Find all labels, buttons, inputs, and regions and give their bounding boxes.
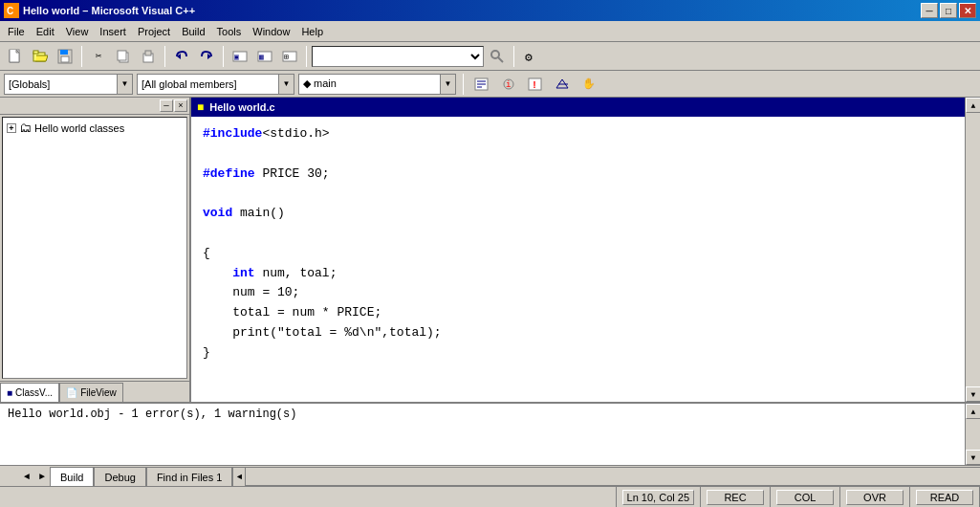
main-combo-arrow[interactable]: ▼ (440, 75, 455, 94)
status-ovr-section: OVR (840, 487, 910, 507)
tree-expand-icon[interactable]: + (7, 123, 16, 133)
globals-combo-arrow[interactable]: ▼ (117, 75, 132, 94)
save-button[interactable] (54, 46, 76, 67)
toolbar2-sep (463, 74, 464, 95)
code-line-5: void main() (203, 204, 953, 224)
menu-file[interactable]: File (2, 24, 31, 39)
status-ovr: OVR (846, 490, 904, 505)
scroll-down-btn[interactable]: ▼ (966, 386, 980, 402)
new-button[interactable] (4, 46, 27, 67)
code-content[interactable]: #include<stdio.h> #define PRICE 30; void… (191, 117, 965, 402)
output-tab-build[interactable]: Build (50, 467, 94, 486)
svg-rect-12 (145, 51, 151, 55)
svg-line-22 (498, 57, 503, 62)
output-vscroll[interactable]: ▲ ▼ (965, 404, 980, 465)
tree-item-label: Hello world classes (34, 122, 124, 134)
svg-rect-10 (118, 51, 126, 60)
main-combo[interactable]: ◆ main ▼ (298, 74, 456, 95)
output-panel: Hello world.obj - 1 error(s), 1 warning(… (0, 402, 980, 486)
globals-combo[interactable]: [Globals] ▼ (4, 74, 133, 95)
output-tab-debug[interactable]: Debug (94, 467, 145, 486)
output-scroll-down[interactable]: ▼ (966, 450, 980, 465)
fileview-icon: 📄 (66, 387, 77, 398)
search-combo[interactable] (312, 46, 484, 67)
tb2-btn1[interactable] (470, 74, 493, 95)
find-button[interactable] (486, 46, 509, 67)
left-panel: ─ × + 🗂 Hello world classes ■ ClassV... … (0, 98, 191, 402)
status-read: READ (916, 490, 973, 505)
status-position: Ln 10, Col 25 (622, 490, 694, 505)
copy-button[interactable] (112, 46, 135, 67)
minimize-button[interactable]: ─ (921, 3, 938, 18)
left-panel-titlebar: ─ × (0, 98, 189, 115)
code-line-blank1 (203, 144, 953, 165)
menu-view[interactable]: View (60, 24, 95, 39)
toolbar2: [Globals] ▼ [All global members] ▼ ◆ mai… (0, 71, 980, 98)
code-line-7: { (203, 244, 953, 264)
status-read-section: READ (910, 487, 980, 507)
code-file-icon: ■ (197, 100, 204, 114)
cut-button[interactable]: ✂ (87, 46, 110, 67)
tb2-btn2[interactable]: i (497, 74, 520, 95)
panel-minimize-btn[interactable]: ─ (160, 99, 173, 112)
status-position-section: Ln 10, Col 25 (617, 487, 701, 507)
output-tabs: ◄ ► Build Debug Find in Files 1 ◄ (0, 465, 980, 486)
tb2-btn5[interactable]: ✋ (577, 74, 600, 95)
scroll-up-btn[interactable]: ▲ (966, 98, 980, 113)
svg-point-21 (491, 51, 499, 58)
output-tab-find[interactable]: Find in Files 1 (146, 467, 232, 486)
svg-text:i: i (506, 80, 511, 90)
status-col: COL (776, 490, 834, 505)
toolbar-sep-1 (81, 46, 82, 67)
redo-button[interactable] (195, 46, 218, 67)
output-tab-arrow[interactable]: ◄ (232, 467, 246, 486)
output-content: Hello world.obj - 1 error(s), 1 warning(… (0, 404, 980, 465)
menu-project[interactable]: Project (132, 24, 176, 39)
svg-text:▦: ▦ (259, 53, 264, 61)
menu-build[interactable]: Build (176, 24, 210, 39)
svg-text:⊞: ⊞ (284, 53, 289, 61)
tab-fileview[interactable]: 📄 FileView (59, 383, 123, 402)
code-area: ■ Hello world.c #include<stdio.h> #defin… (191, 98, 965, 402)
members-combo-arrow[interactable]: ▼ (278, 75, 294, 94)
code-vscroll[interactable]: ▲ ▼ (965, 98, 980, 402)
code-line-8: int num, toal; (203, 264, 953, 284)
menu-tools[interactable]: Tools (211, 24, 248, 39)
title-buttons: ─ □ ✕ (921, 3, 976, 18)
open-button[interactable] (29, 46, 52, 67)
output-scroll-up[interactable]: ▲ (966, 404, 980, 419)
tb-btn-a[interactable]: ▣ (229, 46, 251, 67)
toolbar-sep-5 (513, 46, 514, 67)
title-bar-left: C Hello world – Microsoft Visual C++ (4, 3, 195, 18)
menu-bar: File Edit View Insert Project Build Tool… (0, 21, 980, 42)
tb2-btn3[interactable]: ! (524, 74, 547, 95)
output-tab-scroll-left[interactable]: ◄ (19, 467, 34, 486)
menu-edit[interactable]: Edit (31, 24, 60, 39)
undo-button[interactable] (170, 46, 193, 67)
maximize-button[interactable]: □ (940, 3, 957, 18)
classview-icon: ■ (7, 387, 12, 398)
tab-classview[interactable]: ■ ClassV... (0, 383, 59, 402)
svg-text:▣: ▣ (234, 53, 239, 61)
members-combo[interactable]: [All global members] ▼ (137, 74, 294, 95)
paste-button[interactable] (137, 46, 160, 67)
tb-btn-c[interactable]: ⊞ (278, 46, 301, 67)
tb-btn-b[interactable]: ▦ (253, 46, 276, 67)
menu-insert[interactable]: Insert (94, 24, 132, 39)
panel-close-btn[interactable]: × (174, 99, 187, 112)
close-button[interactable]: ✕ (959, 3, 976, 18)
svg-text:⚙: ⚙ (525, 51, 533, 64)
tab-bar-left: ■ ClassV... 📄 FileView (0, 381, 189, 402)
output-tab-scroll-right[interactable]: ► (34, 467, 50, 486)
code-line-9: num = 10; (203, 283, 953, 303)
code-line-3: #define PRICE 30; (203, 165, 953, 185)
tb2-btn4[interactable] (551, 74, 574, 95)
status-rec-section: REC (701, 487, 771, 507)
tree-item-hello-world[interactable]: + 🗂 Hello world classes (5, 120, 185, 136)
code-file-title: Hello world.c (209, 101, 274, 113)
code-line-11: print("total = %d\n",total); (203, 323, 953, 343)
menu-help[interactable]: Help (295, 24, 329, 39)
output-hscroll[interactable] (246, 467, 980, 486)
run-button[interactable]: ⚙ (519, 46, 542, 67)
menu-window[interactable]: Window (247, 24, 295, 39)
